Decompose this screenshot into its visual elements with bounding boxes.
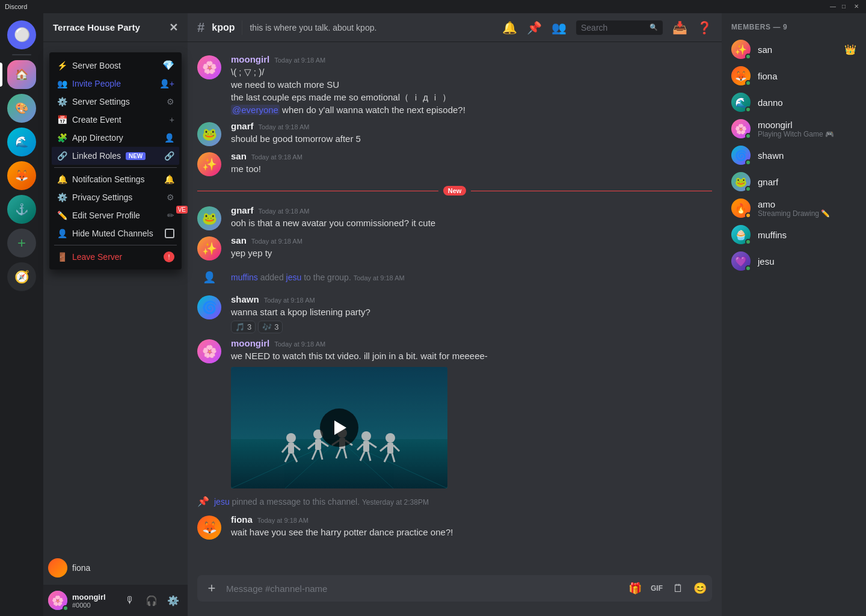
link-icon: 🔗 (57, 150, 67, 161)
member-item[interactable]: 🌀 shawn (726, 142, 861, 168)
messages-area[interactable]: 🌸 moongirl Today at 9:18 AM \( ; ▽ ; )/ … (188, 42, 722, 575)
online-dot (745, 239, 751, 245)
close-button[interactable]: ✕ (854, 3, 861, 10)
input-add-button[interactable]: + (202, 579, 221, 598)
video-thumbnail (231, 367, 447, 488)
server-icon-home[interactable]: ⚪ (7, 20, 36, 49)
inbox-header-icon[interactable]: 📥 (672, 20, 687, 35)
maximize-button[interactable]: □ (842, 3, 849, 10)
menu-item-leave-server[interactable]: 🚪 Leave Server ! (52, 248, 179, 266)
reactions: 🎵 3 🎶 3 (231, 321, 712, 333)
sticker-button[interactable]: 🗒 (671, 581, 686, 596)
server-header[interactable]: Terrace House Party ✕ (43, 13, 188, 42)
discover-servers-button[interactable]: 🧭 (7, 262, 36, 291)
user-controls: 🎙 🎧 ⚙️ (120, 591, 183, 610)
username: moongirl (72, 593, 115, 602)
message-timestamp: Today at 9:18 AM (274, 340, 325, 348)
mic-button[interactable]: 🎙 (120, 591, 140, 610)
server-icon-active[interactable]: 🏠 (7, 60, 36, 89)
gif-button[interactable]: GIF (650, 581, 664, 596)
app-person-icon: 👤 (164, 133, 174, 143)
message-author[interactable]: gnarf (231, 205, 254, 215)
settings-cog-icon: ⚙ (167, 97, 174, 106)
user-settings-button[interactable]: ⚙️ (164, 591, 183, 610)
member-item[interactable]: ✨ san 👑 (726, 36, 861, 63)
channel-extra-item: fiona (43, 556, 188, 580)
member-item[interactable]: 🌊 danno (726, 89, 861, 116)
menu-item-notification-settings[interactable]: 🔔 Notifcation Settings 🔔 (52, 170, 179, 188)
menu-item-left: 📅 Create Event (57, 114, 121, 125)
pin-header-icon[interactable]: 📌 (527, 20, 542, 35)
pinned-user-link[interactable]: jesu (214, 497, 230, 507)
reaction-1[interactable]: 🎵 3 (231, 321, 256, 333)
system-added-link[interactable]: jesu (286, 273, 302, 282)
bell-header-icon[interactable]: 🔔 (502, 20, 517, 35)
video-play-button[interactable] (320, 408, 358, 447)
member-info: fiona (758, 71, 856, 81)
help-header-icon[interactable]: ❓ (697, 20, 712, 35)
fiona-avatar-small (48, 558, 67, 578)
gift-button[interactable]: 🎁 (628, 581, 642, 596)
server-icon-4[interactable]: 🦊 (7, 161, 36, 190)
menu-item-hide-muted-channels[interactable]: 👤 Hide Muted Channels (52, 224, 179, 242)
member-name: danno (758, 97, 856, 108)
pinned-text: jesu pinned a message to this channel. Y… (214, 497, 429, 507)
message-author[interactable]: gnarf (231, 121, 254, 131)
headphones-button[interactable]: 🎧 (142, 591, 161, 610)
member-avatar: 🐸 (731, 172, 751, 191)
search-bar[interactable]: Search 🔍 (576, 20, 663, 35)
minimize-button[interactable]: — (830, 3, 837, 10)
member-item[interactable]: 💜 jesu (726, 248, 861, 274)
current-user-avatar[interactable]: 🌸 (48, 591, 67, 610)
edit-pencil-icon: ✏ VE (167, 211, 174, 220)
message-author[interactable]: moongirl (231, 338, 269, 348)
message-author[interactable]: san (231, 235, 247, 245)
system-message: 👤 muffins added jesu to the group. Today… (188, 263, 722, 292)
server-icon-5[interactable]: ⚓ (7, 195, 36, 224)
member-name: amo (758, 199, 856, 209)
add-server-button[interactable]: + (7, 229, 36, 257)
menu-item-privacy-settings[interactable]: ⚙️ Privacy Settings ⚙ (52, 188, 179, 206)
menu-item-server-settings[interactable]: ⚙️ Server Settings ⚙ (52, 93, 179, 111)
mention[interactable]: @everyone (231, 105, 280, 115)
member-item[interactable]: 🧁 muffins (726, 221, 861, 248)
emoji-button[interactable]: 😊 (693, 581, 707, 596)
menu-item-create-event[interactable]: 📅 Create Event + (52, 111, 179, 129)
message-content: shawn Today at 9:18 AM wanna start a kpo… (231, 294, 712, 333)
video-embed[interactable] (231, 367, 447, 488)
message-input[interactable]: Message #channel-name (226, 584, 623, 594)
menu-item-linked-roles[interactable]: 🔗 Linked Roles NEW 🔗 (52, 147, 179, 165)
member-item[interactable]: 🦊 fiona (726, 63, 861, 89)
message-content: gnarf Today at 9:18 AM ooh is that a new… (231, 205, 712, 230)
member-info: gnarf (758, 177, 856, 187)
reaction-2[interactable]: 🎶 3 (258, 321, 283, 333)
member-item[interactable]: 🌸 moongirl Playing Witch Game 🎮 (726, 116, 861, 142)
server-icon-2[interactable]: 🎨 (7, 94, 36, 123)
members-header-icon[interactable]: 👥 (551, 20, 567, 35)
message-author[interactable]: fiona (231, 514, 253, 525)
member-avatar: 🧁 (731, 225, 751, 244)
menu-label-app-directory: App Directory (72, 133, 123, 143)
menu-item-app-directory[interactable]: 🧩 App Directory 👤 (52, 129, 179, 147)
boost-badge: 💎 (162, 60, 174, 71)
server-icon-3[interactable]: 🌊 (7, 128, 36, 156)
context-menu: ⚡ Server Boost 💎 👥 Invite People 👤+ ⚙️ S… (49, 52, 182, 270)
message-author[interactable]: moongirl (231, 54, 269, 64)
member-item[interactable]: 🔥 amo Streaming Drawing ✏️ (726, 195, 861, 221)
hide-muted-checkbox[interactable] (165, 229, 174, 238)
member-item[interactable]: 🐸 gnarf (726, 168, 861, 195)
new-badge: NEW (126, 152, 146, 160)
system-user-link[interactable]: muffins (231, 273, 258, 282)
message-header: gnarf Today at 9:18 AM (231, 205, 712, 215)
members-header: MEMBERS — 9 (726, 23, 861, 36)
members-sidebar: MEMBERS — 9 ✨ san 👑 🦊 fiona (722, 13, 866, 616)
menu-item-server-boost[interactable]: ⚡ Server Boost 💎 (52, 56, 179, 75)
message-group: 🌸 moongirl Today at 9:18 AM \( ; ▽ ; )/ … (188, 52, 722, 119)
channel-name: kpop (212, 22, 235, 33)
message-author[interactable]: san (231, 151, 247, 161)
online-dot (745, 54, 751, 60)
menu-item-edit-server-profile[interactable]: ✏️ Edit Server Profile ✏ VE (52, 206, 179, 224)
menu-item-invite-people[interactable]: 👥 Invite People 👤+ (52, 75, 179, 93)
menu-label-privacy-settings: Privacy Settings (72, 192, 132, 202)
message-author[interactable]: shawn (231, 294, 259, 304)
